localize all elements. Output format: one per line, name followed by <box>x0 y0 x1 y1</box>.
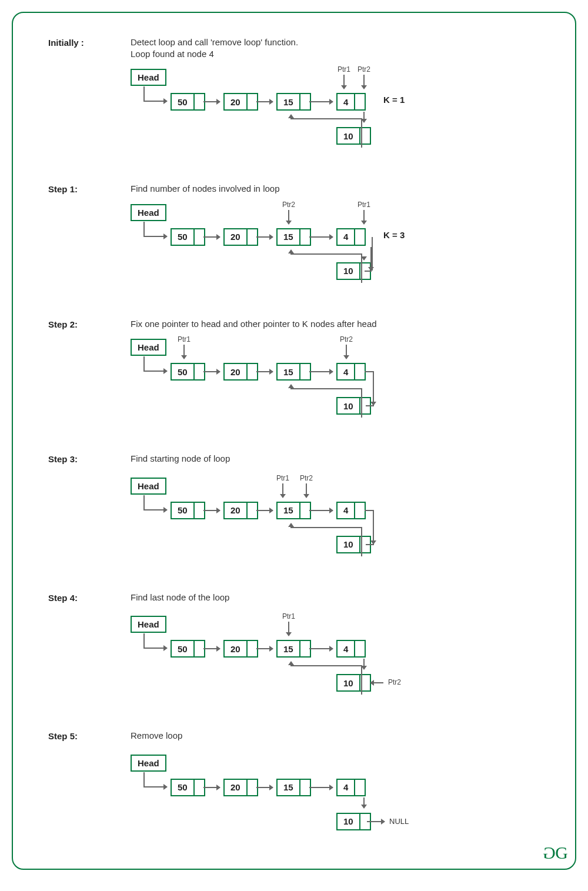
step-desc: Detect loop and call 'remove loop' funct… <box>131 36 540 59</box>
list-node: 15 <box>276 640 311 658</box>
pointer-label: Ptr2 <box>340 335 353 343</box>
step-label: Step 1: <box>48 183 131 295</box>
list-node: 4 <box>336 93 366 111</box>
linked-list-diagram: Head 50 20 15 4 Ptr2 Ptr1 K = 3 10 <box>131 201 540 295</box>
null-label: NULL <box>389 817 409 826</box>
k-label: K = 1 <box>383 95 405 105</box>
list-node: 4 <box>336 502 366 519</box>
list-node: 10 <box>336 127 371 145</box>
list-node: 50 <box>171 363 205 381</box>
linked-list-diagram: Head 50 20 15 4 Ptr1 Ptr2 K = 1 <box>131 65 540 159</box>
step-desc: Find last node of the loop <box>131 592 540 603</box>
step-label: Step 4: <box>48 592 131 707</box>
head-box: Head <box>131 69 166 86</box>
list-node: 50 <box>171 640 205 658</box>
step-initially: Initially : Detect loop and call 'remove… <box>48 36 540 159</box>
list-node: 4 <box>336 363 366 381</box>
list-node: 4 <box>336 640 366 658</box>
linked-list-diagram: Head 50 20 15 4 Ptr1 Ptr2 10 <box>131 474 540 568</box>
list-node: 15 <box>276 779 311 796</box>
k-label: K = 3 <box>383 230 405 240</box>
step-label: Initially : <box>48 36 131 159</box>
list-node: 50 <box>171 228 205 246</box>
list-node: 4 <box>336 228 366 246</box>
geeksforgeeks-logo: GG <box>546 843 564 863</box>
list-node: 20 <box>223 779 258 796</box>
head-box: Head <box>131 478 166 495</box>
step-desc: Remove loop <box>131 730 540 742</box>
list-node: 20 <box>223 502 258 519</box>
list-node: 15 <box>276 502 311 519</box>
pointer-label: Ptr2 <box>388 678 401 686</box>
list-node: 20 <box>223 363 258 381</box>
pointer-label: Ptr2 <box>300 474 313 482</box>
list-node: 50 <box>171 93 205 111</box>
head-box: Head <box>131 339 166 356</box>
pointer-label: Ptr1 <box>282 612 295 620</box>
list-node: 15 <box>276 363 311 381</box>
head-box: Head <box>131 755 166 772</box>
list-node: 20 <box>223 640 258 658</box>
linked-list-diagram: Head 50 20 15 4 Ptr1 Ptr2 10 <box>131 335 540 429</box>
list-node: 50 <box>171 502 205 519</box>
step-desc: Find number of nodes involved in loop <box>131 183 540 195</box>
step-desc: Find starting node of loop <box>131 453 540 465</box>
linked-list-diagram: Head 50 20 15 4 10 NULL <box>131 751 540 845</box>
step-4: Step 4: Find last node of the loop Head … <box>48 592 540 707</box>
list-node: 15 <box>276 93 311 111</box>
step-3: Step 3: Find starting node of loop Head … <box>48 453 540 568</box>
diagram-frame: Initially : Detect loop and call 'remove… <box>12 12 576 870</box>
step-desc: Fix one pointer to head and other pointe… <box>131 318 540 330</box>
list-node: 20 <box>223 228 258 246</box>
step-body: Detect loop and call 'remove loop' funct… <box>131 36 540 159</box>
list-node: 20 <box>223 93 258 111</box>
pointer-label: Ptr2 <box>358 65 370 74</box>
step-5: Step 5: Remove loop Head 50 20 15 4 10 N… <box>48 730 540 845</box>
step-1: Step 1: Find number of nodes involved in… <box>48 183 540 295</box>
pointer-label: Ptr1 <box>358 201 370 209</box>
step-2: Step 2: Fix one pointer to head and othe… <box>48 318 540 430</box>
list-node: 4 <box>336 779 366 796</box>
pointer-label: Ptr2 <box>282 201 295 209</box>
head-box: Head <box>131 616 166 633</box>
list-node: 10 <box>336 674 371 692</box>
linked-list-diagram: Head 50 20 15 4 Ptr1 10 Ptr2 <box>131 612 540 706</box>
pointer-label: Ptr1 <box>178 335 191 343</box>
pointer-label: Ptr1 <box>276 474 289 482</box>
list-node: 50 <box>171 779 205 796</box>
list-node: 15 <box>276 228 311 246</box>
step-label: Step 5: <box>48 730 131 845</box>
step-label: Step 2: <box>48 318 131 430</box>
step-label: Step 3: <box>48 453 131 568</box>
pointer-label: Ptr1 <box>338 65 350 74</box>
head-box: Head <box>131 204 166 221</box>
list-node: 10 <box>336 813 371 830</box>
